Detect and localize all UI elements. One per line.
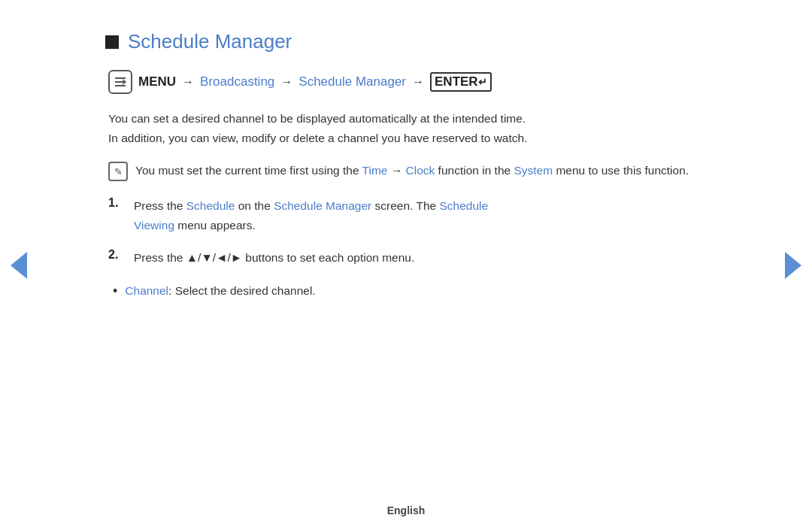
schedule-manager-link[interactable]: Schedule Manager: [298, 74, 406, 89]
arrow-2: →: [280, 75, 292, 89]
bullet-item-channel: • Channel: Select the desired channel.: [113, 281, 707, 303]
title-row: Schedule Manager: [105, 30, 707, 53]
menu-path: MENU → Broadcasting → Schedule Manager →…: [108, 70, 707, 94]
nav-next-arrow[interactable]: [785, 252, 801, 279]
page-title: Schedule Manager: [128, 30, 292, 53]
title-square-icon: [105, 35, 119, 49]
step-2: 2. Press the ▲/▼/◄/► buttons to set each…: [108, 248, 707, 268]
schedule-manager-step-link[interactable]: Schedule Manager: [274, 199, 371, 212]
channel-link[interactable]: Channel: [125, 284, 168, 297]
svg-rect-0: [115, 77, 126, 79]
bullet-list: • Channel: Select the desired channel.: [113, 281, 707, 303]
broadcasting-link[interactable]: Broadcasting: [200, 74, 274, 89]
enter-label: ENTER↵: [430, 72, 492, 92]
svg-rect-2: [115, 85, 126, 86]
step-1-num: 1.: [108, 196, 123, 210]
step-2-num: 2.: [108, 248, 123, 262]
menu-label: MENU: [138, 74, 176, 89]
step-1: 1. Press the Schedule on the Schedule Ma…: [108, 196, 707, 235]
time-link[interactable]: Time: [362, 164, 388, 177]
menu-icon: [108, 70, 132, 94]
note-row: ✎ You must set the current time first us…: [108, 161, 707, 181]
schedule-link[interactable]: Schedule: [186, 199, 235, 212]
system-link[interactable]: System: [514, 164, 553, 177]
nav-previous-arrow[interactable]: [11, 252, 27, 279]
description-text: You can set a desired channel to be disp…: [108, 109, 707, 147]
arrow-1: →: [182, 75, 194, 89]
step-1-text: Press the Schedule on the Schedule Manag…: [134, 196, 488, 235]
steps-list: 1. Press the Schedule on the Schedule Ma…: [108, 196, 707, 268]
note-icon: ✎: [108, 162, 128, 181]
step-2-text: Press the ▲/▼/◄/► buttons to set each op…: [134, 248, 414, 268]
clock-link[interactable]: Clock: [406, 164, 435, 177]
footer-language: English: [387, 504, 426, 516]
bullet-dot: •: [113, 280, 117, 303]
bullet-text: Channel: Select the desired channel.: [125, 281, 315, 301]
arrow-3: →: [412, 75, 424, 89]
note-text: You must set the current time first usin…: [135, 161, 689, 180]
